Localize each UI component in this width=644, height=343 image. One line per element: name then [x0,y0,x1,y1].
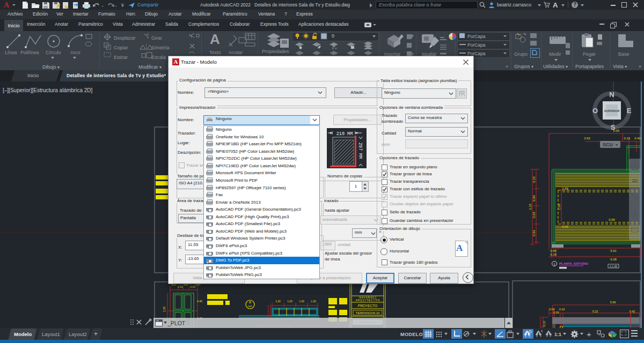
svg-text:210 MM: 210 MM [336,131,353,137]
svg-text:B: B [249,301,251,304]
svg-text:2.39: 2.39 [163,307,166,312]
svg-text:1.64: 1.64 [558,204,561,210]
svg-text:1.20: 1.20 [299,300,304,303]
svg-text:297 MM: 297 MM [357,143,363,159]
svg-text:O: O [592,107,598,115]
svg-text:1: 1 [553,263,555,266]
svg-text:0.55: 0.55 [562,225,568,228]
svg-text:TERRANOVA 10: TERRANOVA 10 [356,311,380,315]
svg-text:1.20: 1.20 [275,300,281,303]
svg-text:0.15: 0.15 [532,176,536,183]
svg-text:SUPERIOR: SUPERIOR [604,109,620,113]
svg-text:N: N [609,91,614,99]
svg-text:A R Q U I T E C T O S: A R Q U I T E C T O S [356,299,379,302]
svg-text:PROYECTO: PROYECTO [358,304,377,308]
svg-text:S: S [611,123,616,131]
svg-text:0.19: 0.19 [553,311,559,314]
svg-text:6.08: 6.08 [610,258,617,261]
svg-text:5.22: 5.22 [592,310,598,313]
svg-text:0.60: 0.60 [550,249,557,252]
svg-text:0.19: 0.19 [550,253,557,256]
svg-text:0.10: 0.10 [559,308,565,311]
svg-text:3.15: 3.15 [529,204,532,210]
svg-text:PLANTA_ESTUDIO: PLANTA_ESTUDIO [559,262,588,265]
svg-text:0.95: 0.95 [609,218,615,221]
svg-text:5.99: 5.99 [610,301,616,304]
svg-text:0.40: 0.40 [634,137,641,140]
svg-text:0.10: 0.10 [543,321,546,327]
svg-text:5.61: 5.61 [610,249,617,252]
svg-text:1.20: 1.20 [311,300,316,303]
svg-text:0.33: 0.33 [190,285,195,288]
svg-text:0.19: 0.19 [624,137,630,140]
svg-text:1.20: 1.20 [287,300,292,303]
svg-text:0.54: 0.54 [532,230,536,236]
svg-text:2.55: 2.55 [562,187,568,190]
svg-text:?: ? [573,2,576,8]
svg-text:0.33: 0.33 [178,285,183,288]
svg-text:1:1.95: 1:1.95 [610,265,617,268]
svg-text:0.04: 0.04 [532,212,536,218]
svg-text:0.84: 0.84 [532,195,536,202]
svg-text:0.45: 0.45 [197,300,202,303]
svg-text:0.42: 0.42 [630,310,635,313]
svg-text:3.62: 3.62 [584,137,590,140]
svg-text:DET: DET [248,305,253,308]
svg-text:E: E [627,107,632,115]
